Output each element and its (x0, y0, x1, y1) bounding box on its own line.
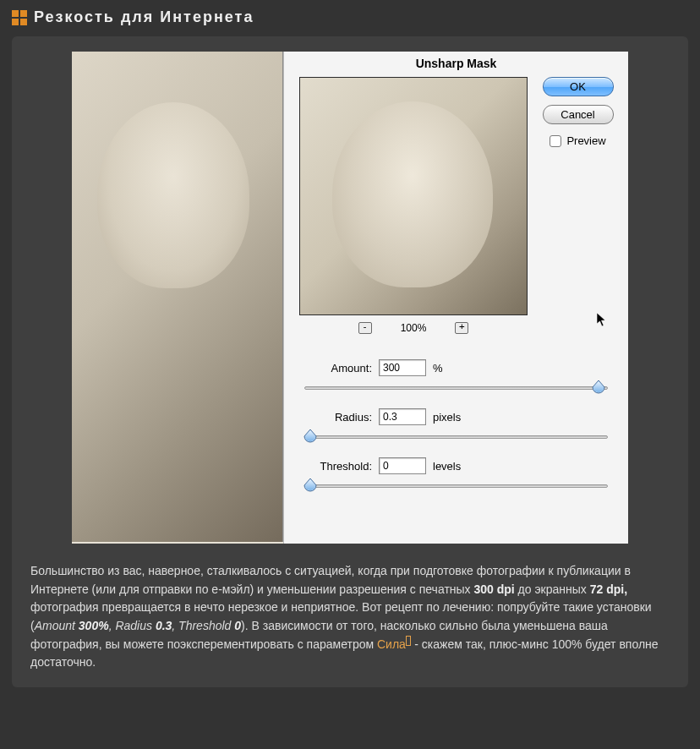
cancel-button[interactable]: Cancel (543, 105, 614, 124)
zoom-level: 100% (401, 322, 427, 334)
threshold-slider[interactable] (304, 478, 608, 495)
page-title-row: Резкость для Интернета (12, 8, 688, 26)
threshold-unit: levels (433, 460, 461, 473)
ok-button[interactable]: OK (543, 77, 614, 96)
grid-icon (12, 10, 27, 25)
amount-input[interactable] (379, 359, 426, 376)
photo-original (72, 52, 283, 542)
threshold-input[interactable] (379, 457, 426, 474)
threshold-label: Threshold: (301, 460, 372, 473)
dialog-title: Unsharp Mask (284, 52, 628, 77)
radius-slider[interactable] (304, 429, 608, 446)
cursor-icon (596, 312, 608, 331)
zoom-in-button[interactable]: + (455, 322, 468, 334)
strength-link[interactable]: Сила (377, 637, 411, 651)
screenshot: Unsharp Mask - 100% + (72, 52, 628, 544)
amount-label: Amount: (301, 362, 372, 374)
amount-slider[interactable] (304, 380, 608, 396)
content-card: Unsharp Mask - 100% + (12, 36, 688, 687)
radius-label: Radius: (301, 411, 372, 424)
preview-checkbox[interactable] (550, 135, 561, 147)
description-text: Большинство из вас, наверное, сталкивало… (30, 562, 670, 672)
preview-image[interactable] (299, 77, 528, 315)
amount-unit: % (433, 362, 443, 374)
radius-input[interactable] (379, 408, 426, 425)
page-title: Резкость для Интернета (34, 8, 254, 26)
zoom-out-button[interactable]: - (358, 322, 372, 334)
unsharp-mask-dialog: Unsharp Mask - 100% + (283, 52, 628, 544)
radius-unit: pixels (433, 411, 461, 424)
preview-checkbox-label: Preview (566, 134, 605, 147)
